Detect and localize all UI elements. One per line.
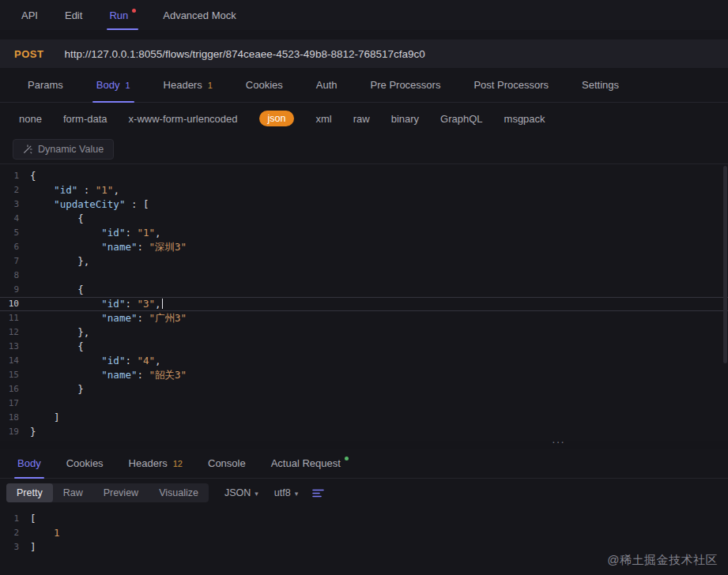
- line-content: ]: [30, 411, 60, 425]
- unsaved-indicator-dot: [132, 9, 136, 13]
- code-token: "深圳3": [149, 241, 187, 253]
- line-content: "name": "韶关3": [30, 368, 187, 382]
- body-type-raw[interactable]: raw: [353, 113, 370, 125]
- body-type-form-data[interactable]: form-data: [63, 113, 108, 125]
- format-code-icon[interactable]: [312, 488, 324, 498]
- line-number: 11: [0, 311, 30, 325]
- editor-line-10[interactable]: 10 "id": "3",: [0, 297, 728, 311]
- tab-label: Post Processors: [473, 79, 549, 91]
- response-language-select[interactable]: JSON: [224, 487, 258, 498]
- body-type-xml[interactable]: xml: [315, 113, 331, 125]
- editor-line-4[interactable]: 4 {: [0, 212, 728, 226]
- view-tab-pretty[interactable]: Pretty: [6, 483, 53, 502]
- http-method-selector[interactable]: POST: [14, 48, 43, 60]
- tab-count-badge: 1: [208, 81, 213, 90]
- body-type-x-www-form-urlencoded[interactable]: x-www-form-urlencoded: [129, 113, 238, 125]
- request-tab-post-processors[interactable]: Post Processors: [457, 68, 565, 102]
- tab-label: Actual Request: [271, 457, 341, 469]
- editor-line-2[interactable]: 2 "id" : "1",: [0, 183, 728, 197]
- editor-line-6[interactable]: 6 "name": "深圳3": [0, 240, 728, 254]
- line-content: [: [30, 512, 36, 526]
- top-nav-item-advanced-mock[interactable]: Advanced Mock: [149, 0, 250, 30]
- code-token: "id": [54, 184, 77, 196]
- app-window: APIEditRunAdvanced Mock POST http://127.…: [0, 0, 728, 575]
- line-content: "name": "广州3": [30, 311, 187, 325]
- code-token: :: [77, 184, 96, 196]
- line-number: 2: [0, 526, 30, 540]
- body-type-binary[interactable]: binary: [391, 113, 419, 125]
- tab-label: Params: [28, 79, 63, 91]
- editor-line-14[interactable]: 14 "id": "4",: [0, 354, 728, 368]
- request-tab-body[interactable]: Body1: [80, 68, 147, 102]
- editor-line-8[interactable]: 8: [0, 269, 728, 283]
- editor-line-16[interactable]: 16 }: [0, 382, 728, 396]
- code-token: "updateCity": [54, 198, 125, 210]
- code-token: }: [30, 383, 84, 395]
- view-tab-visualize[interactable]: Visualize: [149, 483, 209, 502]
- editor-line-12[interactable]: 12 },: [0, 325, 728, 340]
- body-type-graphql[interactable]: GraphQL: [440, 113, 482, 125]
- tab-label: Auth: [316, 79, 338, 91]
- line-number: 9: [0, 283, 30, 297]
- code-token: {: [30, 212, 84, 224]
- request-url-input[interactable]: http://127.0.0.1:8055/flows/trigger/874c…: [64, 48, 424, 60]
- request-tabs: ParamsBody1Headers1CookiesAuthPre Proces…: [0, 68, 728, 103]
- editor-line-11[interactable]: 11 "name": "广州3": [0, 311, 728, 325]
- body-type-json[interactable]: json: [259, 111, 295, 126]
- code-token: ,: [155, 298, 161, 310]
- code-token: [30, 241, 101, 253]
- request-tab-cookies[interactable]: Cookies: [229, 68, 300, 102]
- tab-label: Headers: [129, 457, 168, 469]
- response-encoding-select[interactable]: utf8: [274, 487, 298, 498]
- code-token: "韶关3": [149, 369, 187, 381]
- editor-line-9[interactable]: 9 {: [0, 283, 728, 297]
- dynamic-value-button[interactable]: Dynamic Value: [13, 139, 114, 160]
- editor-line-17[interactable]: 17: [0, 396, 728, 411]
- tab-label: Settings: [582, 79, 619, 91]
- response-tab-body[interactable]: Body: [5, 449, 54, 478]
- response-tab-console[interactable]: Console: [195, 449, 258, 478]
- line-number: 8: [0, 269, 30, 283]
- code-token: ,: [113, 184, 119, 196]
- tab-count-badge: 1: [125, 81, 130, 90]
- body-type-none[interactable]: none: [19, 113, 42, 125]
- watermark: @稀土掘金技术社区: [607, 553, 718, 568]
- view-tab-raw[interactable]: Raw: [53, 483, 93, 502]
- editor-line-5[interactable]: 5 "id": "1",: [0, 226, 728, 240]
- editor-line-2[interactable]: 2 1: [0, 526, 728, 540]
- top-nav-item-edit[interactable]: Edit: [51, 0, 96, 30]
- editor-line-19[interactable]: 19}: [0, 425, 728, 439]
- panel-resize-divider[interactable]: [0, 441, 728, 449]
- editor-scrollbar[interactable]: [723, 166, 727, 363]
- code-token: [30, 184, 54, 196]
- request-tab-auth[interactable]: Auth: [300, 68, 354, 102]
- code-token: :: [125, 355, 137, 366]
- request-tab-settings[interactable]: Settings: [565, 68, 636, 102]
- top-nav-item-api[interactable]: API: [8, 0, 51, 30]
- response-tab-headers[interactable]: Headers12: [116, 449, 195, 478]
- resize-handle-icon[interactable]: [552, 435, 565, 448]
- editor-line-3[interactable]: 3 "updateCity" : [: [0, 197, 728, 212]
- editor-line-1[interactable]: 1[: [0, 512, 728, 526]
- code-token: ,: [155, 355, 161, 366]
- editor-line-15[interactable]: 15 "name": "韶关3": [0, 368, 728, 382]
- line-number: 14: [0, 354, 30, 368]
- code-token: "广州3": [149, 312, 187, 324]
- code-token: 1: [54, 527, 60, 539]
- line-number: 1: [0, 512, 30, 526]
- line-number: 17: [0, 396, 30, 411]
- editor-line-7[interactable]: 7 },: [0, 254, 728, 269]
- response-tab-actual-request[interactable]: Actual Request: [258, 449, 361, 478]
- response-tab-cookies[interactable]: Cookies: [54, 449, 116, 478]
- editor-line-13[interactable]: 13 {: [0, 340, 728, 354]
- editor-line-1[interactable]: 1{: [0, 169, 728, 183]
- view-tab-preview[interactable]: Preview: [93, 483, 149, 502]
- response-language-value: JSON: [224, 487, 251, 498]
- request-tab-params[interactable]: Params: [11, 68, 80, 102]
- top-nav-item-run[interactable]: Run: [96, 0, 149, 30]
- request-body-editor[interactable]: 1{2 "id" : "1",3 "updateCity" : [4 {5 "i…: [0, 164, 728, 441]
- request-tab-pre-processors[interactable]: Pre Processors: [354, 68, 458, 102]
- editor-line-18[interactable]: 18 ]: [0, 411, 728, 425]
- request-tab-headers[interactable]: Headers1: [147, 68, 229, 102]
- body-type-msgpack[interactable]: msgpack: [504, 113, 545, 125]
